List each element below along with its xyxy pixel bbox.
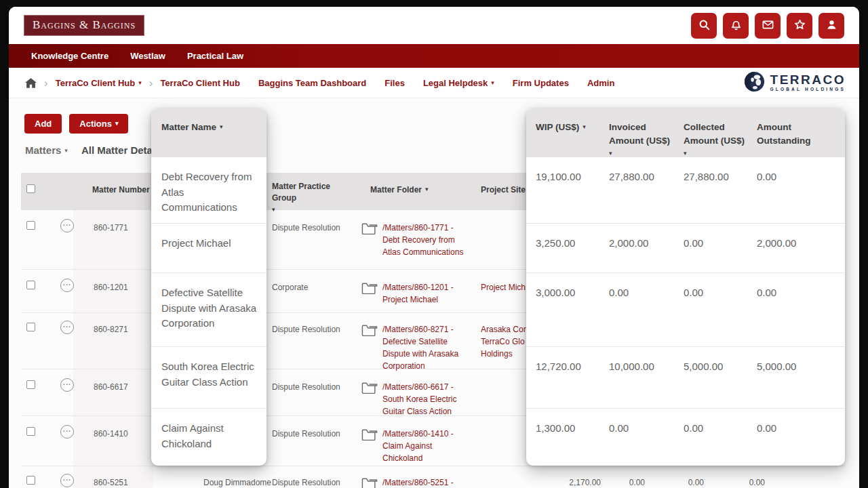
tab-admin[interactable]: Admin	[587, 78, 614, 88]
bell-icon	[730, 18, 743, 33]
collected-amount: 5,000.00	[684, 359, 723, 375]
folder-icon	[361, 323, 378, 337]
matter-number: 860-1771	[94, 222, 128, 234]
tab-files[interactable]: Files	[384, 78, 405, 88]
tab-firm-updates[interactable]: Firm Updates	[513, 78, 569, 88]
breadcrumb-site[interactable]: TerraCo Client Hub▾	[56, 78, 142, 88]
outstanding-amount: 0.00	[757, 169, 776, 185]
folder-icon	[361, 381, 378, 394]
column-header-wip[interactable]: WIP (US$)▾	[536, 121, 586, 134]
outstanding-amount: 0.00	[757, 285, 776, 301]
row-checkbox[interactable]	[26, 476, 35, 485]
mail-icon	[762, 18, 774, 33]
search-button[interactable]	[691, 13, 717, 39]
invoiced-amount: 10,000.00	[609, 359, 654, 375]
chevron-down-icon: ▾	[115, 120, 119, 127]
matter-folder-link[interactable]: /Matters/860-8271 - Defective Satellite …	[382, 323, 469, 372]
row-checkbox[interactable]	[26, 323, 35, 331]
row-checkbox[interactable]	[26, 380, 35, 389]
client-name: TERRACO	[770, 73, 846, 86]
column-header-outstanding[interactable]: Amount Outstanding	[757, 121, 844, 147]
favorites-button[interactable]	[787, 13, 812, 39]
collected-amount: 0.00	[684, 285, 703, 301]
row-checkbox[interactable]	[26, 281, 35, 289]
matter-folder-link[interactable]: /Matters/860-1410 - Claim Against Chicko…	[382, 428, 469, 464]
invoiced-amount: 0.00	[609, 285, 629, 301]
row-checkbox[interactable]	[26, 221, 35, 230]
notifications-button[interactable]	[723, 13, 749, 39]
column-header-matter-name[interactable]: Matter Name▾	[161, 121, 223, 134]
panel-row: 3,000.00 0.00 0.00 0.00	[526, 272, 845, 346]
folder-icon	[361, 476, 378, 488]
client-brand-text: TERRACO GLOBAL HOLDINGS	[770, 73, 846, 92]
matter-name-value: Defective Satellite Dispute with Arasaka…	[161, 285, 258, 331]
row-menu-icon[interactable]: ···	[60, 378, 74, 392]
tab-terraco-client-hub[interactable]: TerraCo Client Hub	[160, 78, 240, 88]
add-button[interactable]: Add	[24, 114, 62, 134]
view-type-dropdown[interactable]: Matters▾	[25, 144, 68, 156]
folder-icon	[361, 281, 378, 295]
practice-group: Dispute Resolution	[272, 222, 350, 234]
matter-folder-link[interactable]: /Matters/860-1771 - Debt Recovery from A…	[382, 222, 469, 258]
practice-group: Corporate	[272, 281, 350, 293]
person-icon	[825, 18, 838, 33]
nav-knowledge-centre[interactable]: Knowledge Centre	[31, 51, 108, 61]
collected-amount: 0.00	[684, 236, 703, 251]
invoiced-amount: 0.00	[577, 476, 645, 488]
collected-amount: 27,880.00	[684, 169, 729, 185]
profile-button[interactable]	[818, 13, 844, 39]
matter-name-value: Debt Recovery from Atlas Communications	[161, 169, 258, 216]
home-icon[interactable]	[25, 78, 37, 88]
toolbar: Add Actions▾	[24, 114, 128, 134]
firm-logo[interactable]: Baggins & Baggins	[24, 15, 144, 36]
panel-row: Project Michael	[151, 223, 267, 272]
wip-amount: 19,100.00	[536, 169, 581, 185]
folder-icon	[361, 428, 378, 441]
column-header-invoiced[interactable]: Invoiced Amount (US$)▾	[609, 121, 677, 161]
column-header-matter-folder[interactable]: Matter Folder▾	[370, 184, 429, 196]
matter-name-panel-header: Matter Name▾	[151, 108, 267, 157]
chevron-down-icon: ▾	[138, 79, 142, 86]
matter-number: 860-6617	[94, 381, 128, 393]
row-checkbox[interactable]	[26, 427, 35, 436]
matter-name-value: South Korea Electric Guitar Class Action	[161, 359, 258, 390]
panel-row: Defective Satellite Dispute with Arasaka…	[151, 272, 267, 346]
outstanding-amount: 0.00	[697, 476, 765, 488]
matter-folder-link[interactable]: /Matters/860-6617 - South Korea Electric…	[382, 381, 469, 418]
mail-button[interactable]	[755, 13, 781, 39]
row-menu-icon[interactable]: ···	[60, 474, 74, 487]
row-menu-icon[interactable]: ···	[60, 279, 74, 292]
column-header-matter-number[interactable]: Matter Number▾	[92, 184, 156, 196]
matter-folder-link[interactable]: /Matters/860-5251 - Doug Dimmadome	[382, 476, 469, 488]
search-icon	[698, 18, 711, 33]
row-menu-icon[interactable]: ···	[60, 425, 74, 439]
row-menu-icon[interactable]: ···	[60, 321, 74, 334]
view-selector-row: Matters▾ All Matter Details	[25, 144, 164, 156]
sort-caret-icon: ▾	[684, 150, 687, 157]
app-window: Baggins & Baggins Knowledge Centre Westl…	[9, 7, 859, 488]
matter-name-floating-column[interactable]: Matter Name▾ Debt Recovery from Atlas Co…	[151, 108, 267, 466]
collected-amount: 0.00	[684, 421, 703, 436]
tab-baggins-team-dashboard[interactable]: Baggins Team Dashboard	[258, 78, 366, 88]
sort-caret-icon: ▾	[609, 150, 612, 157]
panel-row: Debt Recovery from Atlas Communications	[151, 157, 267, 223]
matter-folder-link[interactable]: /Matters/860-1201 - Project Michael	[382, 281, 469, 306]
globe-icon	[744, 71, 765, 95]
matter-name-value: Project Michael	[161, 236, 258, 251]
financial-floating-columns[interactable]: WIP (US$)▾ Invoiced Amount (US$)▾ Collec…	[526, 108, 845, 466]
outstanding-amount: 5,000.00	[757, 359, 796, 375]
sort-caret-icon: ▾	[583, 123, 586, 130]
select-all-checkbox[interactable]	[26, 184, 35, 193]
client-brand-logo[interactable]: TERRACO GLOBAL HOLDINGS	[744, 71, 846, 95]
nav-westlaw[interactable]: Westlaw	[130, 51, 165, 61]
tab-legal-helpdesk[interactable]: Legal Helpdesk▾	[423, 78, 494, 88]
row-menu-icon[interactable]: ···	[60, 219, 74, 232]
breadcrumb-separator: ›	[44, 77, 48, 89]
outstanding-amount: 0.00	[757, 421, 776, 436]
financial-panel-header: WIP (US$)▾ Invoiced Amount (US$)▾ Collec…	[526, 108, 845, 157]
nav-practical-law[interactable]: Practical Law	[187, 51, 243, 61]
column-header-project-site[interactable]: Project Site	[481, 184, 526, 196]
actions-button[interactable]: Actions▾	[69, 114, 128, 134]
panel-row: 1,300.00 0.00 0.00 0.00	[526, 408, 845, 466]
column-header-collected[interactable]: Collected Amount (US$)▾	[684, 121, 751, 161]
